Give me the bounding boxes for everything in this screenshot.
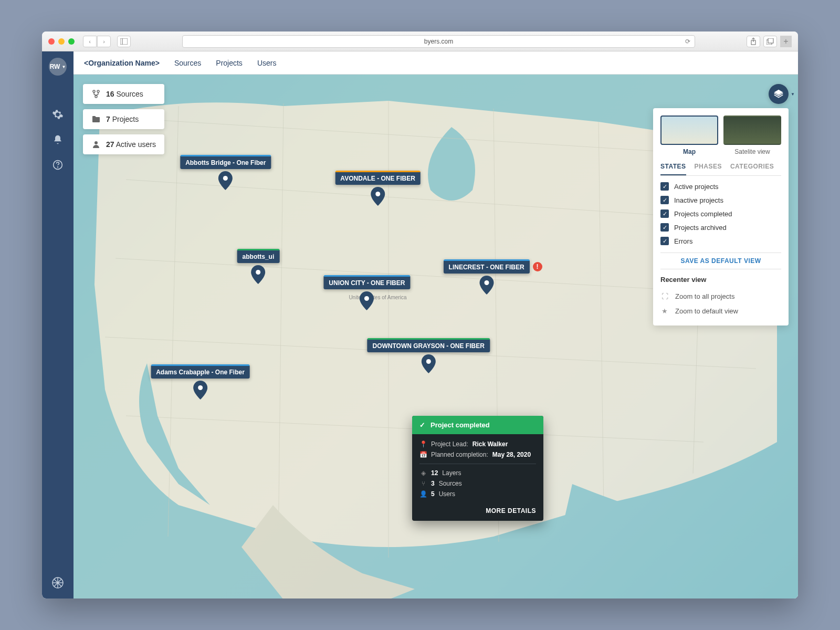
stat-sources[interactable]: 16 Sources [83,84,164,104]
forward-button[interactable]: › [97,36,111,47]
pin-marker-icon [421,354,436,373]
tab-phases[interactable]: PHASES [695,163,722,175]
main: <Organization Name> Sources Projects Use… [74,51,798,598]
pin-label: DOWNTOWN GRAYSON - ONE FIBER [368,338,490,352]
pin-label: UNION CITY - ONE FIBER [323,275,410,289]
checkbox-icon: ✓ [660,237,669,245]
recenter-title: Recenter view [660,276,781,284]
browser-chrome: ‹ › byers.com⟳ + [42,32,798,51]
view-satellite[interactable]: Satelite view [723,116,781,155]
star-icon: ★ [660,307,669,315]
svg-point-14 [375,192,380,196]
filter-inactive[interactable]: ✓Inactive projects [660,196,781,204]
save-default-view-button[interactable]: SAVE AS DEFAULT VIEW [660,253,781,269]
tab-states[interactable]: STATES [660,163,686,175]
stat-cards: 16 Sources 7 Projects 27 Active users [83,84,164,154]
map-pin[interactable]: Adams Crabapple - One Fiber [151,364,250,400]
org-name[interactable]: <Organization Name> [84,59,160,67]
nav-sources[interactable]: Sources [174,59,201,67]
svg-point-19 [198,385,203,390]
layers-panel: Map Satelite view STATES PHASES CATEGORI… [653,108,789,326]
svg-point-6 [58,167,58,167]
pin-label: Adams Crabapple - One Fiber [151,364,250,379]
stat-projects[interactable]: 7 Projects [83,109,164,129]
svg-point-15 [256,270,260,275]
fork-icon [91,89,101,99]
filter-active[interactable]: ✓Active projects [660,182,781,191]
share-icon[interactable] [747,36,760,47]
filter-archived[interactable]: ✓Projects archived [660,223,781,232]
window-controls[interactable] [48,38,75,45]
new-tab-button[interactable]: + [780,36,792,47]
pin-icon: 📍 [419,440,427,448]
map-pin[interactable]: Abbotts Bridge - One Fiber [180,155,271,190]
pin-label: abbotts_ui [237,249,280,263]
pin-marker-icon [371,187,385,206]
project-popup: ✓ Project completed 📍Project Lead: Rick … [412,416,543,521]
svg-point-11 [95,96,97,98]
svg-point-12 [94,141,98,144]
sidebar-toggle-icon[interactable] [117,36,131,47]
popup-status: ✓ Project completed [412,416,543,434]
checkbox-icon: ✓ [660,223,669,232]
refresh-icon[interactable]: ⟳ [685,38,690,45]
view-map[interactable]: Map [660,116,718,155]
checkbox-icon: ✓ [660,196,669,204]
top-nav: <Organization Name> Sources Projects Use… [74,51,798,75]
pin-label: AVONDALE - ONE FIBER [335,171,420,185]
checkbox-icon: ✓ [660,209,669,218]
filter-completed[interactable]: ✓Projects completed [660,209,781,218]
stat-users[interactable]: 27 Active users [83,134,164,154]
pin-label: Abbotts Bridge - One Fiber [180,155,271,169]
pin-marker-icon [479,276,494,295]
map-pin[interactable]: UNION CITY - ONE FIBER [323,275,410,310]
zoom-default-button[interactable]: ★Zoom to default view [660,303,781,318]
more-details-button[interactable]: MORE DETAILS [412,507,543,521]
folder-icon [91,114,101,124]
layers-icon: ◈ [419,469,427,477]
sidebar: RW▼ [42,51,74,598]
nav-projects[interactable]: Projects [216,59,243,67]
map[interactable]: United States of America 16 Sources 7 Pr… [74,75,798,598]
app: RW▼ <Organization Name> Sources Projects… [42,51,798,598]
svg-rect-0 [120,38,128,45]
browser-window: ‹ › byers.com⟳ + RW▼ <Organization Name>… [42,32,798,598]
url-bar[interactable]: byers.com⟳ [182,35,695,48]
layers-toggle-button[interactable]: ▼ [769,84,789,104]
tab-categories[interactable]: CATEGORIES [730,163,774,175]
pin-marker-icon [251,265,266,284]
gear-icon[interactable] [51,108,64,121]
svg-point-17 [484,280,489,285]
expand-icon: ⛶ [660,292,669,300]
map-pin[interactable]: LINECREST - ONE FIBER! [444,259,530,295]
chevron-down-icon: ▼ [791,92,795,97]
svg-rect-4 [768,38,773,43]
logo-icon [51,576,64,589]
map-pin[interactable]: abbotts_ui [237,249,280,284]
map-pin[interactable]: DOWNTOWN GRAYSON - ONE FIBER [368,338,490,373]
fork-icon: ⑂ [419,480,427,487]
back-button[interactable]: ‹ [83,36,97,47]
svg-point-13 [223,176,228,181]
zoom-all-button[interactable]: ⛶Zoom to all projects [660,289,781,303]
check-icon: ✓ [419,421,425,429]
svg-point-16 [364,296,369,301]
user-icon [91,140,101,149]
pin-marker-icon [218,171,233,190]
pin-marker-icon [360,291,374,310]
bell-icon[interactable] [51,133,64,146]
pin-label: LINECREST - ONE FIBER! [444,259,530,274]
map-pin[interactable]: AVONDALE - ONE FIBER [335,171,420,206]
svg-point-9 [93,90,95,92]
pin-marker-icon [193,381,207,400]
help-icon[interactable] [51,159,64,171]
user-icon: 👤 [419,490,427,498]
svg-point-18 [426,359,431,364]
calendar-icon: 📅 [419,451,427,458]
chevron-down-icon: ▼ [61,65,66,69]
user-avatar[interactable]: RW▼ [49,58,67,76]
nav-users[interactable]: Users [257,59,277,67]
tabs-icon[interactable] [763,36,777,47]
checkbox-icon: ✓ [660,182,669,191]
filter-errors[interactable]: ✓Errors [660,237,781,245]
